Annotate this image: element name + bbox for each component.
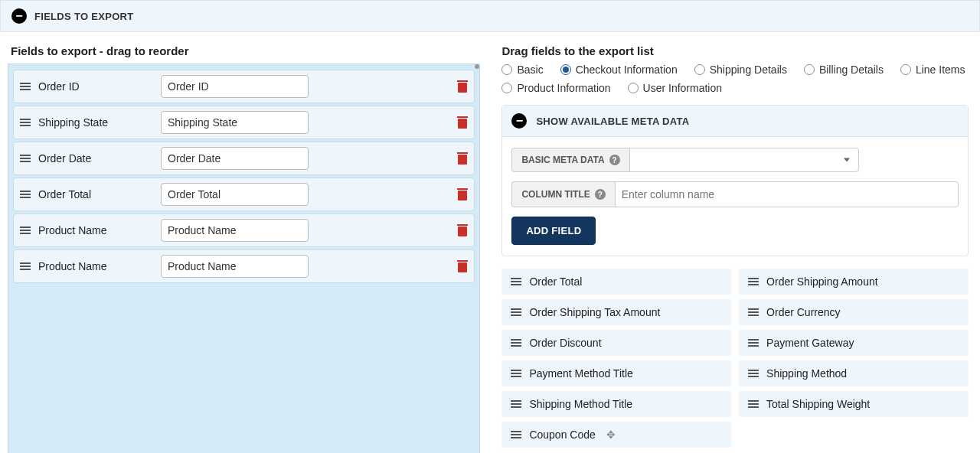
export-field-row[interactable]: Product Name (13, 249, 475, 283)
header-title: FIELDS TO EXPORT (34, 11, 134, 22)
field-name-input[interactable] (161, 75, 309, 98)
available-field-item[interactable]: Shipping Method (739, 360, 969, 386)
trash-icon[interactable] (457, 116, 468, 129)
category-radio-basic[interactable]: Basic (501, 64, 543, 76)
available-field-label: Shipping Method Title (529, 398, 632, 410)
field-name-input[interactable] (161, 255, 309, 278)
collapse-icon[interactable]: − (11, 8, 27, 24)
trash-icon[interactable] (457, 152, 468, 165)
radio-label: Billing Details (819, 64, 884, 76)
trash-icon[interactable] (457, 224, 468, 236)
trash-icon[interactable] (457, 188, 468, 200)
available-field-label: Total Shipping Weight (766, 398, 870, 410)
available-field-item[interactable]: Payment Method Title (501, 360, 731, 386)
available-field-item[interactable]: Total Shipping Weight (739, 391, 969, 417)
field-name-input[interactable] (161, 183, 309, 206)
drag-handle-icon[interactable] (20, 155, 31, 162)
drag-handle-icon[interactable] (20, 119, 31, 126)
drag-handle-icon[interactable] (511, 308, 521, 316)
radio-label: User Information (643, 82, 722, 94)
basic-meta-data-select[interactable] (629, 148, 859, 172)
collapse-icon[interactable]: − (511, 113, 527, 129)
export-field-row[interactable]: Order Total (13, 178, 475, 211)
field-label: Shipping State (38, 116, 153, 129)
field-name-input[interactable] (161, 219, 309, 242)
available-field-label: Order Shipping Tax Amount (529, 306, 660, 318)
radio-icon (501, 64, 512, 75)
radio-label: Line Items (916, 64, 965, 76)
drag-handle-icon[interactable] (511, 370, 521, 377)
drag-handle-icon[interactable] (511, 431, 521, 438)
drag-handle-icon[interactable] (748, 339, 759, 347)
field-label: Order Total (38, 188, 153, 200)
radio-icon (804, 64, 815, 75)
drag-handle-icon[interactable] (20, 226, 31, 234)
export-field-row[interactable]: Product Name (13, 213, 475, 247)
drag-handle-icon[interactable] (511, 339, 521, 347)
drag-handle-icon[interactable] (748, 370, 759, 377)
radio-icon (694, 64, 705, 75)
available-field-item[interactable]: Order Currency (739, 299, 969, 325)
available-field-label: Order Discount (529, 337, 601, 349)
meta-panel-title: SHOW AVAILABLE META DATA (536, 116, 689, 127)
trash-icon[interactable] (457, 260, 468, 272)
fields-export-header: − FIELDS TO EXPORT (0, 0, 980, 32)
drag-handle-icon[interactable] (511, 400, 521, 408)
drag-handle-icon[interactable] (748, 278, 759, 285)
drag-handle-icon[interactable] (20, 262, 31, 270)
radio-icon (560, 64, 571, 75)
add-field-button[interactable]: ADD FIELD (511, 217, 596, 245)
category-radio-billing-details[interactable]: Billing Details (804, 64, 884, 76)
scrollbar-top[interactable] (475, 64, 479, 69)
radio-label: Checkout Information (576, 64, 678, 76)
category-radio-line-items[interactable]: Line Items (900, 64, 965, 76)
radio-label: Product Information (517, 82, 610, 94)
available-field-label: Coupon Code (529, 429, 595, 441)
field-name-input[interactable] (161, 147, 309, 170)
category-radio-checkout-information[interactable]: Checkout Information (560, 64, 678, 76)
field-name-input[interactable] (161, 111, 309, 134)
trash-icon[interactable] (457, 80, 468, 93)
radio-label: Shipping Details (710, 64, 787, 76)
category-radio-product-information[interactable]: Product Information (501, 82, 610, 94)
meta-panel-header: − SHOW AVAILABLE META DATA (502, 106, 967, 137)
help-icon[interactable]: ? (595, 189, 606, 200)
move-cursor-icon: ✥ (606, 429, 616, 441)
available-field-item[interactable]: Shipping Method Title (501, 391, 731, 417)
category-radio-shipping-details[interactable]: Shipping Details (694, 64, 787, 76)
available-field-item[interactable]: Payment Gateway (739, 330, 969, 356)
drag-handle-icon[interactable] (20, 191, 31, 198)
drag-handle-icon[interactable] (748, 400, 759, 408)
available-field-item[interactable]: Order Total (501, 269, 731, 295)
export-fields-dropzone[interactable]: Order ID Shipping State Order Date Order… (8, 64, 480, 453)
category-radio-group: Basic Checkout Information Shipping Deta… (501, 64, 971, 94)
available-field-label: Order Total (529, 275, 582, 288)
left-section-title: Fields to export - drag to reorder (11, 44, 480, 57)
right-section-title: Drag fields to the export list (501, 44, 971, 57)
category-radio-user-information[interactable]: User Information (628, 82, 722, 94)
drag-handle-icon[interactable] (20, 83, 31, 90)
available-field-label: Payment Method Title (529, 367, 632, 380)
meta-data-panel: − SHOW AVAILABLE META DATA BASIC META DA… (501, 105, 968, 256)
available-field-item[interactable]: Order Discount (501, 330, 731, 356)
available-field-label: Order Currency (766, 306, 840, 318)
available-field-item[interactable]: Order Shipping Amount (739, 269, 969, 295)
help-icon[interactable]: ? (609, 155, 620, 165)
field-label: Product Name (38, 224, 153, 236)
export-field-row[interactable]: Shipping State (13, 106, 475, 139)
basic-meta-data-label: BASIC META DATA ? (511, 148, 629, 172)
field-label: Order ID (38, 80, 153, 93)
available-fields-grid: Order Total Order Shipping Amount Order … (501, 269, 968, 448)
drag-handle-icon[interactable] (511, 278, 521, 285)
export-field-row[interactable]: Order ID (13, 70, 475, 103)
available-field-label: Order Shipping Amount (766, 275, 878, 288)
available-field-label: Payment Gateway (766, 337, 854, 349)
export-field-row[interactable]: Order Date (13, 142, 475, 175)
available-field-label: Shipping Method (766, 367, 847, 380)
available-field-item[interactable]: Coupon Code ✥ (501, 422, 731, 448)
radio-icon (628, 83, 639, 93)
drag-handle-icon[interactable] (748, 308, 759, 316)
column-title-input[interactable] (615, 181, 959, 207)
field-label: Product Name (38, 260, 153, 272)
available-field-item[interactable]: Order Shipping Tax Amount (501, 299, 731, 325)
